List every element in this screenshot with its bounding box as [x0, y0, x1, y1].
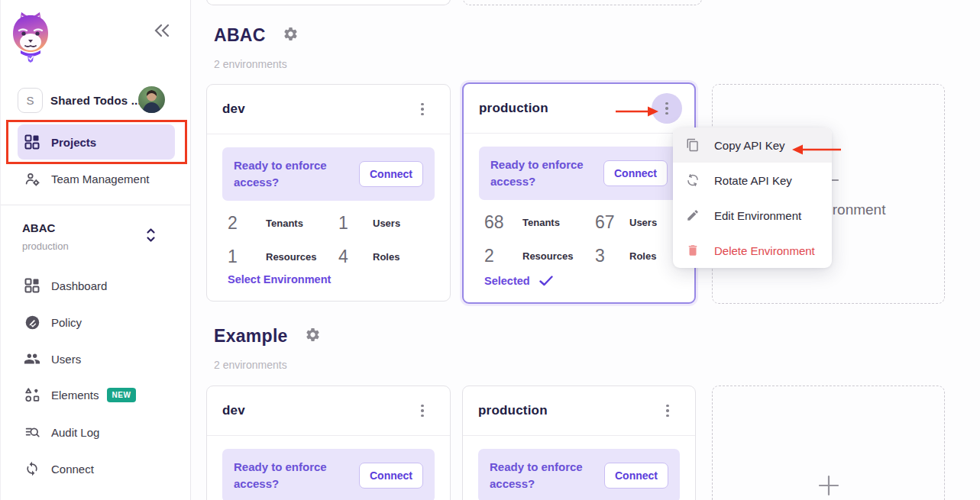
- sidebar-item-label: Team Management: [51, 173, 149, 185]
- stat-value: 2: [484, 246, 522, 266]
- connect-banner: Ready to enforce access? Connect: [222, 147, 435, 201]
- connect-button[interactable]: Connect: [604, 463, 668, 489]
- pencil-icon: [685, 208, 700, 223]
- environment-card-dev: dev Ready to enforce access? Connect 2 T…: [206, 84, 451, 302]
- card-header: production: [464, 84, 694, 134]
- stat-value: 67: [595, 212, 629, 233]
- user-avatar[interactable]: [138, 86, 165, 113]
- select-environment-link[interactable]: Select Environment: [228, 273, 331, 285]
- copy-icon: [685, 137, 700, 153]
- workspace-initial-badge: S: [18, 88, 43, 113]
- menu-item-copy-api-key[interactable]: Copy API Key: [673, 127, 832, 163]
- sidebar-item-label: Dashboard: [51, 279, 107, 292]
- sidebar: S Shared Todos ... Projects: [0, 0, 191, 500]
- project-title: ABAC: [214, 25, 266, 46]
- workspace-switcher[interactable]: S Shared Todos ...: [18, 86, 175, 114]
- stat-label: Users: [629, 217, 679, 228]
- section-header-abac: ABAC: [214, 25, 299, 46]
- expand-selector-icon: [146, 227, 156, 246]
- connect-banner: Ready to enforce access? Connect: [478, 449, 680, 500]
- project-settings-gear-icon[interactable]: [283, 26, 299, 45]
- environment-stats: 68 Tenants 67 Users 2 Resources 3 Roles: [484, 212, 679, 266]
- stat-value: 2: [228, 213, 266, 234]
- environment-title: dev: [222, 102, 245, 117]
- connect-button[interactable]: Connect: [359, 463, 423, 489]
- project-settings-gear-icon[interactable]: [305, 327, 321, 346]
- plus-icon: [818, 475, 839, 496]
- connect-button[interactable]: Connect: [359, 161, 423, 187]
- previous-card-bottom-edge: [206, 0, 451, 5]
- environment-stats: 2 Tenants 1 Users 1 Resources 4 Roles: [228, 213, 435, 267]
- sidebar-item-users[interactable]: Users: [18, 341, 175, 376]
- card-header: dev: [207, 386, 450, 436]
- sidebar-item-label: Audit Log: [51, 426, 99, 439]
- selected-environment-indicator: Selected: [484, 275, 553, 287]
- users-icon: [24, 350, 40, 367]
- new-environment-card[interactable]: [712, 385, 945, 500]
- menu-item-label: Edit Environment: [714, 209, 801, 222]
- stat-label: Resources: [266, 251, 338, 263]
- menu-item-rotate-api-key[interactable]: Rotate API Key: [673, 163, 832, 198]
- environment-card-production: production Ready to enforce access? Conn…: [462, 82, 696, 304]
- sidebar-collapse-icon[interactable]: [154, 23, 170, 41]
- sidebar-item-projects[interactable]: Projects: [18, 124, 175, 160]
- menu-item-label: Rotate API Key: [714, 174, 792, 187]
- sidebar-item-label: Users: [51, 353, 81, 366]
- connect-banner: Ready to enforce access? Connect: [222, 449, 435, 500]
- policy-icon: [24, 314, 40, 331]
- selected-label: Selected: [484, 275, 530, 287]
- stat-label: Tenants: [522, 217, 595, 228]
- environment-card-dev: dev Ready to enforce access? Connect: [206, 385, 451, 500]
- team-management-icon: [24, 170, 40, 187]
- sidebar-item-label: Projects: [51, 136, 96, 149]
- connect-button[interactable]: Connect: [603, 160, 668, 186]
- card-header: dev: [207, 85, 450, 134]
- stat-value: 1: [338, 213, 373, 234]
- sidebar-item-connect[interactable]: Connect: [18, 451, 175, 486]
- stat-value: 3: [595, 246, 629, 266]
- permit-mascot-logo: [8, 9, 53, 69]
- stat-value: 1: [228, 247, 266, 267]
- section-header-example: Example: [214, 326, 321, 347]
- rotate-icon: [685, 173, 700, 188]
- kebab-menu-icon[interactable]: [407, 395, 438, 426]
- dashboard-icon: [24, 277, 40, 294]
- environment-count: 2 environments: [214, 359, 287, 371]
- stat-label: Resources: [522, 250, 595, 262]
- environment-count: 2 environments: [214, 58, 287, 70]
- workspace-name: Shared Todos ...: [50, 94, 141, 107]
- sidebar-item-dashboard[interactable]: Dashboard: [18, 268, 175, 303]
- stat-label: Roles: [373, 251, 435, 263]
- connect-sync-icon: [24, 460, 40, 477]
- sidebar-item-team-management[interactable]: Team Management: [18, 161, 175, 196]
- sidebar-item-audit-log[interactable]: Audit Log: [18, 415, 175, 450]
- menu-item-edit-environment[interactable]: Edit Environment: [673, 198, 832, 233]
- stat-label: Roles: [629, 250, 679, 262]
- kebab-menu-icon-active[interactable]: [652, 93, 682, 124]
- project-environment-selector[interactable]: ABAC production: [22, 221, 175, 252]
- environment-title: production: [479, 101, 548, 116]
- project-title: Example: [214, 326, 288, 347]
- environment-title: production: [478, 403, 548, 418]
- banner-text: Ready to enforce access?: [234, 459, 337, 492]
- sidebar-divider: [1, 205, 191, 205]
- stat-label: Users: [373, 218, 435, 229]
- menu-item-label: Copy API Key: [714, 139, 785, 152]
- kebab-menu-icon[interactable]: [652, 395, 683, 426]
- sidebar-item-label: Connect: [51, 463, 94, 476]
- sidebar-item-elements[interactable]: Elements NEW: [18, 377, 175, 412]
- environment-card-production: production Ready to enforce access? Conn…: [462, 385, 696, 500]
- sidebar-item-policy[interactable]: Policy: [18, 305, 175, 340]
- menu-item-delete-environment[interactable]: Delete Environment: [673, 233, 832, 268]
- banner-text: Ready to enforce access?: [490, 156, 593, 190]
- stat-value: 68: [484, 212, 522, 233]
- projects-grid-icon: [24, 134, 40, 150]
- sidebar-item-label: Policy: [51, 316, 82, 329]
- elements-shapes-icon: [24, 386, 40, 403]
- previous-dashed-card-bottom-edge: [463, 0, 702, 5]
- audit-log-icon: [24, 424, 40, 440]
- kebab-menu-icon[interactable]: [407, 94, 438, 124]
- banner-text: Ready to enforce access?: [234, 157, 337, 191]
- banner-text: Ready to enforce access?: [490, 459, 593, 492]
- trash-icon: [685, 243, 700, 258]
